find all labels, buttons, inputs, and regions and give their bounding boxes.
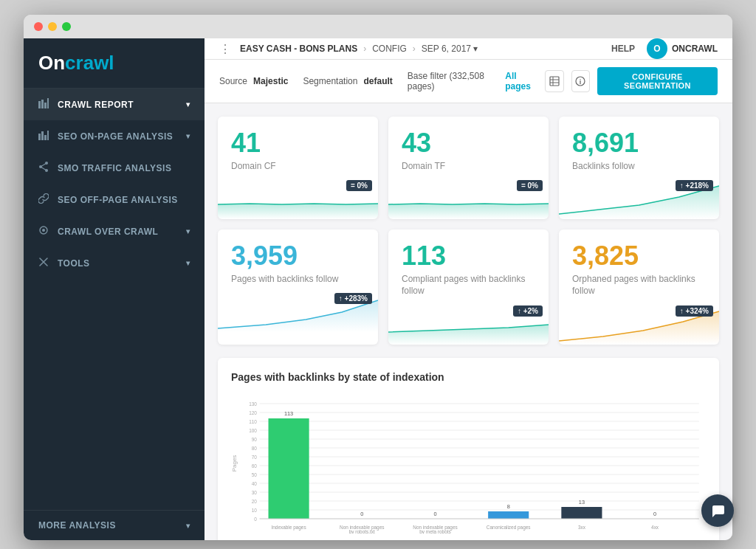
change-badge-pages-backlinks: ↑ +283% xyxy=(334,293,372,304)
chevron-down-icon-3: ▾ xyxy=(186,227,190,235)
svg-rect-63 xyxy=(488,511,529,519)
svg-rect-1 xyxy=(41,100,44,108)
chat-button[interactable] xyxy=(701,494,734,527)
breadcrumb-date[interactable]: SEP 6, 2017 ▾ xyxy=(422,44,478,54)
metric-value-domain-tf: 43 xyxy=(402,130,535,156)
filter-icons: i CONFIGURE SEGMENTATION xyxy=(545,67,718,95)
change-badge-orphaned-pages: ↑ +324% xyxy=(676,305,713,317)
svg-text:Pages: Pages xyxy=(232,455,238,472)
svg-line-12 xyxy=(41,167,47,170)
svg-text:i: i xyxy=(580,78,582,86)
metric-value-backlinks-follow: 8,691 xyxy=(572,130,706,156)
svg-text:0: 0 xyxy=(433,511,436,517)
bar-3xx: 13 3xx xyxy=(561,499,602,530)
sidebar-item-smo-traffic[interactable]: SMO TRAFFIC ANALYSIS xyxy=(24,152,205,184)
metric-label-backlinks-follow: Backlinks follow xyxy=(572,161,706,171)
tools-icon xyxy=(38,257,49,269)
metric-chart-orphaned-pages: ↑ +324% xyxy=(559,304,719,345)
metric-label-domain-tf: Domain TF xyxy=(402,161,535,171)
svg-text:60: 60 xyxy=(252,463,257,469)
bar-chart-section: Pages with backlinks by state of indexat… xyxy=(218,358,719,540)
svg-text:by robots.txt: by robots.txt xyxy=(349,529,375,534)
bar-4xx: 0 4xx xyxy=(651,511,659,530)
metric-value-orphaned-pages: 3,825 xyxy=(572,243,706,269)
share-icon xyxy=(38,162,49,174)
bar-meta-robots: 0 Non indexable pages by meta robots xyxy=(413,511,458,534)
maximize-button[interactable] xyxy=(62,22,71,31)
title-bar xyxy=(24,15,732,38)
svg-text:by meta robots: by meta robots xyxy=(419,529,451,534)
change-badge-domain-cf: = 0% xyxy=(346,180,372,191)
user-avatar: O xyxy=(647,38,667,59)
svg-text:110: 110 xyxy=(249,419,257,424)
svg-text:0: 0 xyxy=(254,517,257,522)
top-bar: ⋮ EASY CASH - BONS PLANS › CONFIG › SEP … xyxy=(205,38,732,60)
svg-text:20: 20 xyxy=(252,499,257,504)
chevron-down-icon-5: ▾ xyxy=(186,522,190,530)
svg-line-11 xyxy=(41,163,47,167)
breadcrumb: ⋮ EASY CASH - BONS PLANS › CONFIG › SEP … xyxy=(219,42,599,56)
breadcrumb-sep-2: › xyxy=(413,44,416,54)
svg-text:4xx: 4xx xyxy=(651,525,659,530)
metric-chart-backlinks-follow: ↑ +218% xyxy=(559,179,719,219)
sidebar-item-seo-on-page[interactable]: SEO ON-PAGE ANALYSIS ▾ xyxy=(24,120,205,152)
base-filter-value: All pages xyxy=(505,71,539,92)
logo: Oncrawl xyxy=(38,52,190,75)
sidebar-label-seo-off-page: SEO OFF-PAGE ANALYSIS xyxy=(58,195,178,205)
table-icon-btn[interactable] xyxy=(545,70,563,92)
help-link[interactable]: HELP xyxy=(611,44,635,54)
metric-value-pages-backlinks: 3,959 xyxy=(231,243,365,269)
metric-chart-domain-cf: = 0% xyxy=(218,179,378,219)
bar-canonicalized: 8 Canonicalized pages xyxy=(487,503,531,531)
chevron-down-icon: ▾ xyxy=(186,100,190,108)
sidebar: Oncrawl CRAWL REPORT ▾ xyxy=(24,38,205,540)
svg-text:Canonicalized pages: Canonicalized pages xyxy=(487,525,531,531)
metrics-grid: 41 Domain CF = 0% xyxy=(218,117,719,345)
info-icon-btn[interactable]: i xyxy=(571,70,590,92)
metric-card-backlinks-follow: 8,691 Backlinks follow ↑ +218% xyxy=(559,117,719,219)
bar-chart-icon xyxy=(38,98,49,111)
segmentation-value: default xyxy=(363,76,392,86)
svg-point-14 xyxy=(42,229,45,232)
chevron-down-icon-2: ▾ xyxy=(186,132,190,140)
svg-rect-6 xyxy=(44,135,47,140)
app-window: Oncrawl CRAWL REPORT ▾ xyxy=(24,15,732,540)
sidebar-item-crawl-over-crawl[interactable]: CRAWL OVER CRAWL ▾ xyxy=(24,215,205,247)
svg-rect-5 xyxy=(41,131,44,140)
change-badge-compliant-pages: ↑ +2% xyxy=(513,305,543,317)
svg-rect-2 xyxy=(44,103,47,108)
sidebar-bottom: MORE ANALYSIS ▾ xyxy=(24,510,205,540)
sidebar-item-crawl-report[interactable]: CRAWL REPORT ▾ xyxy=(24,89,205,120)
breadcrumb-easy-cash: EASY CASH - BONS PLANS xyxy=(240,44,357,54)
content-area: 41 Domain CF = 0% xyxy=(205,103,732,540)
svg-text:3xx: 3xx xyxy=(578,525,586,530)
top-bar-actions: HELP O ONCRAWL xyxy=(611,38,718,59)
metric-label-compliant-pages: Compliant pages with backlinks follow xyxy=(402,274,535,297)
svg-text:0: 0 xyxy=(360,511,363,517)
sidebar-label-crawl-report: CRAWL REPORT xyxy=(58,100,134,110)
close-button[interactable] xyxy=(34,22,43,31)
metric-value-domain-cf: 41 xyxy=(231,130,365,156)
metric-card-compliant-pages: 113 Compliant pages with backlinks follo… xyxy=(388,229,549,345)
metric-card-domain-cf: 41 Domain CF = 0% xyxy=(218,117,378,219)
svg-text:40: 40 xyxy=(252,481,257,486)
change-badge-backlinks-follow: ↑ +218% xyxy=(676,180,713,191)
sidebar-item-tools[interactable]: TOOLS ▾ xyxy=(24,247,205,279)
svg-rect-52 xyxy=(269,418,309,519)
breadcrumb-sep-1: › xyxy=(363,44,366,54)
metric-card-pages-backlinks: 3,959 Pages with backlinks follow ↑ +283… xyxy=(218,229,378,345)
svg-text:100: 100 xyxy=(249,428,257,433)
sidebar-label-tools: TOOLS xyxy=(58,258,90,269)
metric-chart-domain-tf: = 0% xyxy=(388,179,549,219)
metric-chart-compliant-pages: ↑ +2% xyxy=(388,304,549,345)
minimize-button[interactable] xyxy=(48,22,57,31)
sidebar-item-more-analysis[interactable]: MORE ANALYSIS ▾ xyxy=(24,511,205,540)
user-badge[interactable]: O ONCRAWL xyxy=(647,38,718,59)
metric-label-orphaned-pages: Orphaned pages with backlinks follow xyxy=(572,274,706,297)
bar-robots: 0 Non indexable pages by robots.txt xyxy=(340,511,385,534)
configure-segmentation-button[interactable]: CONFIGURE SEGMENTATION xyxy=(597,67,718,95)
menu-dots-icon: ⋮ xyxy=(219,42,231,56)
sidebar-item-seo-off-page[interactable]: SEO OFF-PAGE ANALYSIS xyxy=(24,184,205,215)
source-value: Majestic xyxy=(253,76,288,86)
svg-text:13: 13 xyxy=(579,499,585,505)
